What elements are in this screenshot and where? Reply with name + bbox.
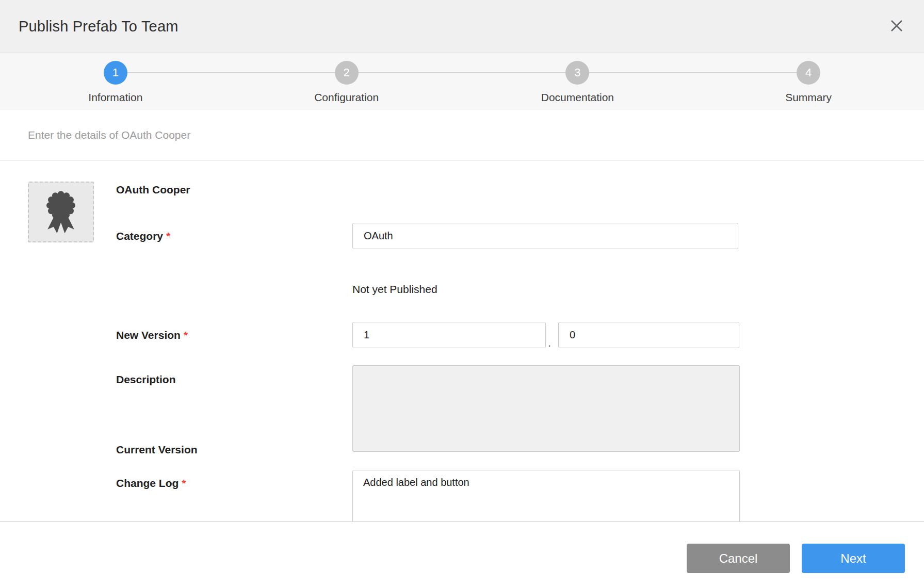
step-information[interactable]: 1 Information [0,53,231,109]
current-version-label: Current Version [116,444,198,456]
required-asterisk: * [166,230,170,242]
prefab-icon-box [28,182,94,242]
step-2-label: Configuration [314,91,379,104]
step-3-label: Documentation [541,91,614,104]
form-content: OAuth Cooper Category* Current Version N… [0,161,924,522]
new-version-label: New Version* [116,329,188,341]
new-version-major-input[interactable] [352,322,546,348]
step-2-circle: 2 [335,61,359,85]
step-4-circle: 4 [797,61,820,85]
dialog-header: Publish Prefab To Team [0,0,924,53]
step-documentation[interactable]: 3 Documentation [462,53,693,109]
cancel-button[interactable]: Cancel [687,544,790,573]
wizard-stepper: 1 Information 2 Configuration 3 Document… [0,53,924,109]
change-log-textarea[interactable]: Added label and button [352,470,740,522]
required-asterisk: * [184,329,188,341]
description-textarea [352,365,740,452]
version-separator: . [548,336,551,350]
step-1-circle: 1 [104,61,127,85]
step-3-circle: 3 [565,61,589,85]
close-button[interactable] [888,18,905,35]
step-description-text: Enter the details of OAuth Cooper [28,129,190,141]
change-log-label: Change Log* [116,477,186,489]
step-4-label: Summary [785,91,832,104]
close-x-icon [889,18,904,35]
next-button[interactable]: Next [802,544,905,573]
step-description-band: Enter the details of OAuth Cooper [0,109,924,161]
dialog-footer: Cancel Next [0,522,924,588]
category-label: Category* [116,230,170,242]
category-input[interactable] [352,223,738,249]
dialog-title: Publish Prefab To Team [19,18,179,35]
prefab-name: OAuth Cooper [116,184,190,196]
step-1-label: Information [88,91,142,104]
current-version-value: Not yet Published [352,283,437,296]
step-configuration[interactable]: 2 Configuration [231,53,462,109]
new-version-minor-input[interactable] [558,322,739,348]
description-label: Description [116,373,176,386]
award-ribbon-icon [40,187,82,237]
step-summary[interactable]: 4 Summary [693,53,924,109]
required-asterisk: * [182,477,186,489]
